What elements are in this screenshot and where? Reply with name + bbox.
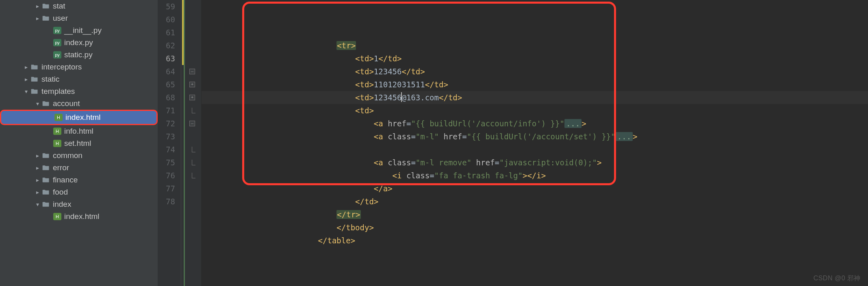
- code-line[interactable]: </a>: [202, 182, 868, 195]
- code-line[interactable]: <a class="m-l remove" href="javascript:v…: [202, 156, 868, 169]
- tree-item-index-html[interactable]: Hindex.html: [0, 210, 158, 223]
- tree-item-user[interactable]: user: [0, 12, 158, 24]
- chevron-right-icon[interactable]: [34, 177, 41, 183]
- vcs-modified-marker: [182, 0, 184, 65]
- code-line[interactable]: <td>: [202, 104, 868, 117]
- tree-item-set-html[interactable]: Hset.html: [0, 137, 158, 150]
- tree-item-stat[interactable]: stat: [0, 0, 158, 12]
- tree-item-static-py[interactable]: pystatic.py: [0, 49, 158, 61]
- code-line[interactable]: </tr>: [202, 208, 868, 221]
- code-line[interactable]: <td>123456@163.com</td>: [202, 91, 868, 104]
- chevron-right-icon[interactable]: [34, 152, 41, 159]
- line-number[interactable]: 73: [158, 130, 175, 143]
- tree-item-label: templates: [41, 87, 75, 96]
- line-number-gutter[interactable]: 59606162636465687172737475767778: [158, 0, 181, 286]
- project-tree[interactable]: statuserpy__init__.pypyindex.pypystatic.…: [0, 0, 158, 286]
- code-editor[interactable]: <tr> <td>1</td> <td>123456</td> <td>1101…: [202, 0, 868, 286]
- tree-item--init-py[interactable]: py__init__.py: [0, 24, 158, 37]
- fold-toggle-icon[interactable]: –: [189, 121, 195, 126]
- tree-item-label: __init__.py: [64, 26, 102, 35]
- tree-item-label: interceptors: [41, 63, 82, 72]
- fold-strip[interactable]: –++–: [181, 0, 202, 286]
- tree-item-food[interactable]: food: [0, 186, 158, 198]
- code-line[interactable]: <tr>: [202, 39, 868, 52]
- folded-code-icon[interactable]: ...: [564, 119, 582, 128]
- fold-end-icon: [192, 147, 192, 152]
- chevron-right-icon[interactable]: [23, 64, 29, 70]
- folder-icon: [41, 176, 50, 184]
- tree-item-index-py[interactable]: pyindex.py: [0, 37, 158, 49]
- fold-toggle-icon[interactable]: –: [189, 69, 195, 74]
- fold-toggle-icon[interactable]: +: [189, 82, 195, 87]
- code-line[interactable]: [202, 143, 868, 156]
- tree-item-label: index.html: [64, 212, 100, 221]
- line-number[interactable]: 77: [158, 182, 175, 195]
- python-file-icon: py: [53, 26, 62, 35]
- chevron-down-icon[interactable]: [23, 88, 29, 95]
- html-file-icon: H: [53, 127, 62, 136]
- tree-item-account[interactable]: account: [0, 98, 158, 110]
- line-number[interactable]: 74: [158, 143, 175, 156]
- python-file-icon: py: [53, 38, 62, 47]
- line-number[interactable]: 63: [158, 52, 175, 65]
- chevron-right-icon[interactable]: [34, 189, 41, 195]
- tree-item-info-html[interactable]: Hinfo.html: [0, 125, 158, 137]
- chevron-right-icon[interactable]: [34, 15, 41, 22]
- code-line[interactable]: <td>123456</td>: [202, 65, 868, 78]
- code-line[interactable]: </tbody>: [202, 221, 868, 234]
- line-number[interactable]: 76: [158, 169, 175, 182]
- code-line[interactable]: </td>: [202, 195, 868, 208]
- html-file-icon: H: [54, 113, 63, 122]
- tree-item-finance[interactable]: finance: [0, 174, 158, 186]
- fold-end-icon: [192, 108, 192, 113]
- ide-root: statuserpy__init__.pypyindex.pypystatic.…: [0, 0, 868, 286]
- chevron-down-icon[interactable]: [34, 100, 41, 107]
- tree-item-label: index.py: [64, 38, 93, 47]
- tree-item-label: set.html: [64, 139, 91, 148]
- tree-item-label: account: [53, 99, 80, 108]
- tree-item-label: food: [53, 188, 68, 197]
- tree-item-error[interactable]: error: [0, 162, 158, 174]
- tree-item-common[interactable]: common: [0, 150, 158, 162]
- tree-item-static[interactable]: static: [0, 73, 158, 85]
- line-number[interactable]: 65: [158, 78, 175, 91]
- chevron-right-icon[interactable]: [34, 3, 41, 9]
- folder-icon: [41, 2, 50, 11]
- line-number[interactable]: 64: [158, 65, 175, 78]
- tree-item-index[interactable]: index: [0, 198, 158, 210]
- tree-item-interceptors[interactable]: interceptors: [0, 61, 158, 73]
- tree-item-templates[interactable]: templates: [0, 85, 158, 98]
- line-number[interactable]: 59: [158, 0, 175, 13]
- line-number[interactable]: 75: [158, 156, 175, 169]
- fold-end-icon: [192, 173, 192, 178]
- line-number[interactable]: 68: [158, 91, 175, 104]
- line-number[interactable]: 78: [158, 195, 175, 208]
- tree-item-label: common: [53, 151, 82, 160]
- html-file-icon: H: [53, 139, 62, 148]
- python-file-icon: py: [53, 50, 62, 59]
- line-number[interactable]: 62: [158, 39, 175, 52]
- tree-item-label: finance: [53, 176, 78, 184]
- line-number[interactable]: 71: [158, 104, 175, 117]
- fold-toggle-icon[interactable]: +: [189, 95, 195, 100]
- tree-item-index-html[interactable]: Hindex.html: [0, 110, 158, 125]
- tree-item-label: stat: [53, 2, 65, 11]
- folded-code-icon[interactable]: ...: [616, 132, 633, 141]
- line-number[interactable]: 72: [158, 117, 175, 130]
- chevron-down-icon[interactable]: [34, 201, 41, 208]
- chevron-right-icon[interactable]: [23, 76, 29, 82]
- code-line[interactable]: <i class="fa fa-trash fa-lg"></i>: [202, 169, 868, 182]
- folder-icon: [41, 14, 50, 23]
- code-line[interactable]: <td>11012031511</td>: [202, 78, 868, 91]
- line-number[interactable]: 60: [158, 13, 175, 26]
- code-line[interactable]: <a href="{{ buildUrl('/account/info') }}…: [202, 117, 868, 130]
- code-line[interactable]: </table>: [202, 234, 868, 247]
- folder-icon: [41, 188, 50, 197]
- folder-icon: [30, 87, 39, 96]
- chevron-right-icon[interactable]: [34, 165, 41, 171]
- code-line[interactable]: <td>1</td>: [202, 52, 868, 65]
- folder-icon: [41, 99, 50, 108]
- watermark-text: CSDN @0 邪神: [814, 274, 861, 283]
- code-line[interactable]: <a class="m-l" href="{{ buildUrl('/accou…: [202, 130, 868, 143]
- line-number[interactable]: 61: [158, 26, 175, 39]
